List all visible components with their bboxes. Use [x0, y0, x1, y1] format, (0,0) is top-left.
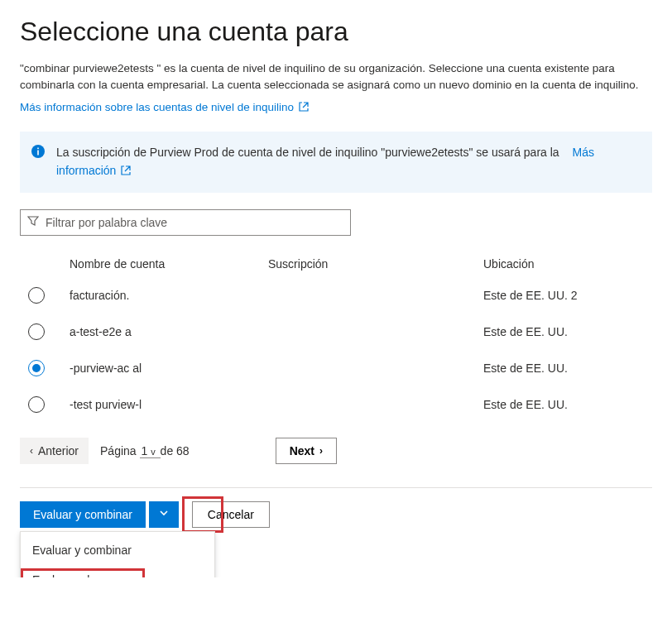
- radio-select[interactable]: [28, 323, 45, 340]
- chevron-down-icon: [159, 508, 169, 520]
- page-label-mid: de: [161, 444, 174, 457]
- prev-label: Anterior: [38, 444, 79, 457]
- cell-name: -purview-ac al: [70, 362, 268, 375]
- cancel-button[interactable]: Cancelar: [192, 501, 270, 528]
- table-row[interactable]: -purview-ac alEste de EE. UU.: [20, 350, 652, 386]
- chevron-right-icon: ›: [319, 445, 323, 457]
- external-link-icon: [121, 162, 131, 180]
- page-current: 1: [142, 444, 148, 457]
- col-subscription[interactable]: Suscripción: [268, 257, 483, 271]
- menu-evaluate-combine[interactable]: Evaluar y combinar: [21, 535, 214, 565]
- cell-name: facturación.: [70, 289, 268, 302]
- info-icon: [31, 145, 45, 158]
- tenant-name: purviewe2etests: [73, 62, 154, 74]
- cell-location: Este de EE. UU. 2: [483, 289, 665, 302]
- table-row[interactable]: facturación.Este de EE. UU. 2: [20, 277, 652, 314]
- cell-name: -test purview-l: [70, 398, 268, 411]
- radio-select[interactable]: [28, 287, 45, 304]
- cell-location: Este de EE. UU.: [483, 398, 665, 411]
- radio-select[interactable]: [28, 396, 45, 413]
- svg-rect-1: [37, 150, 39, 155]
- page-description: "combinar purviewe2etests " es la cuenta…: [20, 60, 652, 94]
- chevron-down-icon: v: [151, 447, 156, 457]
- next-label: Next: [290, 444, 314, 457]
- filter-input[interactable]: [46, 216, 343, 229]
- filter-icon: [27, 215, 39, 229]
- info-text-post: " se usará para la: [468, 146, 559, 159]
- cell-name: a-test-e2e a: [70, 325, 268, 338]
- radio-select[interactable]: [28, 360, 45, 376]
- split-caret-button[interactable]: [149, 501, 179, 528]
- table-header: Nombre de cuenta Suscripción Ubicación: [20, 251, 652, 277]
- cell-location: Este de EE. UU.: [483, 362, 665, 375]
- evaluate-combine-button[interactable]: Evaluar y combinar: [20, 501, 146, 528]
- cell-location: Este de EE. UU.: [483, 325, 665, 338]
- filter-box[interactable]: [20, 209, 351, 236]
- svg-rect-2: [37, 147, 39, 149]
- split-button-menu: Evaluar y combinar Evaluar solo: [20, 531, 215, 577]
- learn-more-tenant-link[interactable]: Más información sobre las cuentas de niv…: [20, 101, 309, 113]
- chevron-left-icon: ‹: [30, 445, 33, 457]
- page-info: Página 1 v de 68: [100, 444, 190, 457]
- next-button[interactable]: Next ›: [276, 438, 337, 464]
- pagination: ‹ Anterior Página 1 v de 68 Next ›: [20, 438, 652, 487]
- info-text-pre: La suscripción de Purview Prod de cuenta…: [56, 146, 385, 159]
- table-row[interactable]: a-test-e2e aEste de EE. UU.: [20, 314, 652, 350]
- page-select[interactable]: 1 v: [140, 444, 161, 458]
- page-title: Seleccione una cuenta para: [20, 17, 652, 47]
- col-name[interactable]: Nombre de cuenta: [70, 257, 268, 271]
- page-total: 68: [176, 444, 190, 457]
- prev-button[interactable]: ‹ Anterior: [20, 438, 89, 464]
- split-button: Evaluar y combinar Evaluar y combinar Ev…: [20, 501, 179, 528]
- learn-more-tenant-text: Más información sobre las cuentas de niv…: [20, 101, 294, 113]
- col-location[interactable]: Ubicación: [483, 257, 665, 271]
- menu-evaluate-only[interactable]: Evaluar solo: [21, 565, 214, 577]
- footer: Evaluar y combinar Evaluar y combinar Ev…: [20, 487, 652, 577]
- page-label-pre: Página: [100, 444, 137, 457]
- info-message: La suscripción de Purview Prod de cuenta…: [20, 132, 652, 193]
- desc-pre: "combinar: [20, 62, 73, 74]
- table-row[interactable]: -test purview-lEste de EE. UU.: [20, 386, 652, 423]
- external-link-icon: [299, 100, 309, 117]
- info-tenant: purviewe2etests: [385, 146, 468, 159]
- accounts-table: Nombre de cuenta Suscripción Ubicación f…: [20, 251, 652, 423]
